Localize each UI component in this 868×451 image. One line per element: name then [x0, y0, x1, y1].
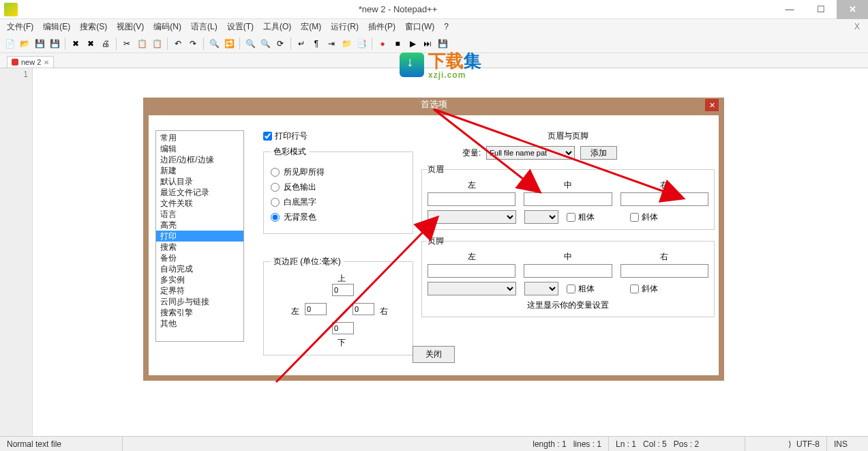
- category-item[interactable]: 搜索引擎: [156, 307, 243, 318]
- footer-size-select[interactable]: [524, 282, 558, 295]
- variable-select[interactable]: Full file name pat: [486, 146, 575, 160]
- save-all-icon[interactable]: 💾: [48, 37, 61, 50]
- header-size-select[interactable]: [524, 210, 558, 224]
- category-item[interactable]: 默认目录: [156, 176, 243, 187]
- footer-font-select[interactable]: [428, 282, 516, 295]
- category-item[interactable]: 多实例: [156, 274, 243, 285]
- status-filetype: Normal text file: [0, 437, 123, 451]
- wordwrap-icon[interactable]: ↵: [295, 37, 308, 50]
- category-item[interactable]: 编辑: [156, 143, 243, 154]
- category-item[interactable]: 高亮: [156, 220, 243, 231]
- header-font-select[interactable]: [428, 210, 516, 224]
- header-bold-checkbox[interactable]: 粗体: [567, 212, 595, 223]
- document-tab[interactable]: new 2 ✕: [7, 56, 54, 68]
- dialog-close-button[interactable]: ✕: [705, 99, 719, 111]
- color-nobg-radio[interactable]: 无背景色: [271, 212, 406, 223]
- header-italic-checkbox[interactable]: 斜体: [630, 212, 658, 223]
- menubar-x-icon[interactable]: X: [849, 22, 865, 31]
- category-list[interactable]: 常用编辑边距/边框/边缘新建默认目录最近文件记录文件关联语言高亮打印搜索备份自动…: [155, 130, 244, 342]
- color-wysiwyg-radio[interactable]: 所见即所得: [271, 166, 406, 178]
- margin-left-input[interactable]: [305, 303, 327, 315]
- header-mid-input[interactable]: [524, 192, 612, 206]
- menu-search[interactable]: 搜索(S): [76, 20, 111, 34]
- category-item[interactable]: 自动完成: [156, 263, 243, 274]
- maximize-button[interactable]: ☐: [805, 0, 837, 19]
- footer-bold-checkbox[interactable]: 粗体: [567, 283, 595, 295]
- playmulti-icon[interactable]: ⏭: [421, 37, 434, 50]
- app-icon: [4, 3, 18, 16]
- color-invert-radio[interactable]: 反色输出: [271, 181, 406, 193]
- category-item[interactable]: 文件关联: [156, 198, 243, 209]
- status-encoding: ⟩ UTF-8: [745, 437, 827, 451]
- menu-plugins[interactable]: 插件(P): [364, 20, 400, 34]
- menu-edit[interactable]: 编辑(E): [39, 20, 74, 34]
- menu-tools[interactable]: 工具(O): [259, 20, 295, 34]
- menu-language[interactable]: 语言(L): [187, 20, 222, 34]
- undo-icon[interactable]: ↶: [171, 37, 185, 50]
- category-item[interactable]: 语言: [156, 209, 243, 220]
- allchars-icon[interactable]: ¶: [310, 37, 323, 50]
- window-close-button[interactable]: [837, 0, 868, 19]
- close-icon[interactable]: ✖: [69, 37, 83, 50]
- close-all-icon[interactable]: ✖: [84, 37, 98, 50]
- color-mode-group: 色彩模式 所见即所得 反色输出 白底黑字 无背景色: [263, 146, 413, 234]
- category-item[interactable]: 其他: [156, 318, 243, 329]
- indent-icon[interactable]: ⇥: [325, 37, 338, 50]
- category-item[interactable]: 边距/边框/边缘: [156, 154, 243, 165]
- copy-icon[interactable]: 📋: [135, 37, 149, 50]
- footer-right-input[interactable]: [620, 264, 708, 278]
- margin-right-input[interactable]: [353, 303, 374, 315]
- category-item[interactable]: 定界符: [156, 285, 243, 296]
- sync-icon[interactable]: ⟳: [273, 37, 287, 50]
- line-gutter: 1: [0, 68, 33, 436]
- zoom-in-icon[interactable]: 🔍: [243, 37, 257, 50]
- open-icon[interactable]: 📂: [18, 37, 31, 50]
- menu-run[interactable]: 运行(R): [327, 20, 363, 34]
- print-icon[interactable]: 🖨: [99, 37, 113, 50]
- menu-macro[interactable]: 宏(M): [297, 20, 325, 34]
- menu-view[interactable]: 视图(V): [113, 20, 148, 34]
- savemacro-icon[interactable]: 💾: [436, 37, 449, 50]
- dialog-close-bottom-button[interactable]: 关闭: [413, 346, 455, 363]
- replace-icon[interactable]: 🔁: [222, 37, 236, 50]
- menu-encoding[interactable]: 编码(N): [149, 20, 185, 34]
- minimize-button[interactable]: —: [774, 0, 805, 19]
- record-icon[interactable]: ●: [376, 37, 389, 50]
- category-item[interactable]: 搜索: [156, 242, 243, 252]
- header-left-input[interactable]: [428, 192, 515, 206]
- footer-mid-input[interactable]: [524, 264, 612, 278]
- category-item[interactable]: 云同步与链接: [156, 296, 243, 307]
- margin-bottom-input[interactable]: [332, 322, 354, 334]
- margin-top-input[interactable]: [332, 284, 354, 296]
- category-item[interactable]: 备份: [156, 252, 243, 263]
- play-icon[interactable]: ▶: [406, 37, 419, 50]
- footer-italic-checkbox[interactable]: 斜体: [630, 283, 658, 295]
- category-item[interactable]: 常用: [156, 132, 243, 143]
- funclist-icon[interactable]: 📑: [355, 37, 368, 50]
- category-item[interactable]: 最近文件记录: [156, 187, 243, 198]
- modified-icon: [12, 59, 18, 66]
- category-item[interactable]: 打印: [156, 231, 243, 242]
- status-ins: INS: [827, 437, 868, 451]
- variable-label: 变量:: [462, 147, 481, 159]
- add-variable-button[interactable]: 添加: [580, 146, 617, 160]
- menu-help[interactable]: ?: [440, 20, 453, 33]
- menu-settings[interactable]: 设置(T): [223, 20, 258, 34]
- folder-icon[interactable]: 📁: [340, 37, 353, 50]
- cut-icon[interactable]: ✂: [120, 37, 134, 50]
- paste-icon[interactable]: 📋: [150, 37, 164, 50]
- menu-window[interactable]: 窗口(W): [401, 20, 438, 34]
- print-line-number-checkbox[interactable]: 打印行号: [263, 130, 413, 142]
- new-icon[interactable]: 📄: [3, 37, 16, 50]
- save-icon[interactable]: 💾: [33, 37, 46, 50]
- menu-file[interactable]: 文件(F): [3, 20, 38, 34]
- footer-left-input[interactable]: [428, 264, 515, 278]
- find-icon[interactable]: 🔍: [207, 37, 221, 50]
- redo-icon[interactable]: ↷: [186, 37, 200, 50]
- color-bw-radio[interactable]: 白底黑字: [271, 197, 406, 208]
- tab-close-icon[interactable]: ✕: [44, 59, 49, 66]
- zoom-out-icon[interactable]: 🔍: [258, 37, 272, 50]
- category-item[interactable]: 新建: [156, 165, 243, 176]
- stop-icon[interactable]: ■: [391, 37, 404, 50]
- header-right-input[interactable]: [620, 192, 708, 206]
